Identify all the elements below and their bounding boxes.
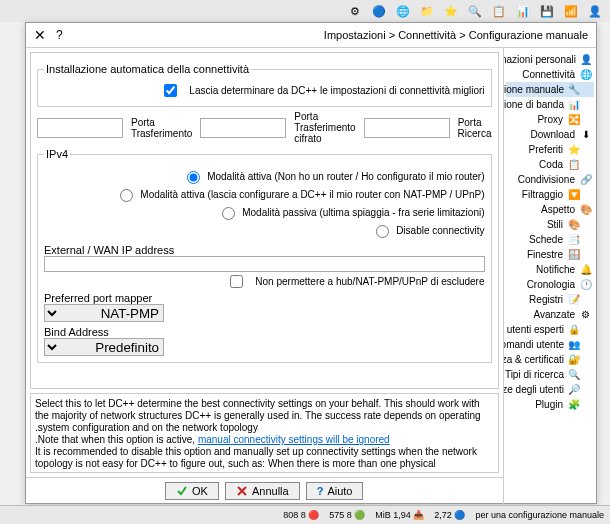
cancel-button[interactable]: Annulla [225, 482, 300, 500]
sidebar-icon: 🪟 [567, 248, 580, 261]
sidebar-label: Condivisione [518, 174, 575, 185]
sidebar-item[interactable]: 🔍Tipi di ricerca [506, 367, 594, 382]
help-icon[interactable]: ? [56, 28, 63, 42]
sidebar-icon: 🔀 [567, 113, 580, 126]
mapper-label: Preferred port mapper [44, 292, 152, 304]
sidebar-item[interactable]: 📋Coda [506, 157, 594, 172]
ext-ip-input[interactable] [44, 256, 485, 272]
toolbar-icon[interactable]: 📶 [560, 1, 582, 21]
sidebar-item[interactable]: 🔒Solo per utenti esperti [506, 322, 594, 337]
sidebar-icon: 🕐 [579, 278, 592, 291]
autodetect-label: Lascia determinare da DC++ le impostazio… [189, 85, 484, 96]
sidebar-item[interactable]: 👥Comandi utente [506, 337, 594, 352]
sidebar-icon: 🔍 [568, 368, 580, 381]
sidebar-item[interactable]: 🔀Proxy [506, 112, 594, 127]
ipv4-legend: IPv4 [44, 148, 70, 160]
sidebar-label: Tipi di ricerca [505, 369, 564, 380]
toolbar-icon[interactable]: 📋 [488, 1, 510, 21]
dialog-buttons: OK Annulla ?Aiuto [26, 477, 503, 504]
sidebar-icon: 🔒 [568, 323, 580, 336]
mode-passive-radio[interactable] [222, 207, 235, 220]
sidebar-label: Plugin [535, 399, 563, 410]
no-override-checkbox[interactable] [230, 275, 243, 288]
sidebar-item[interactable]: 🔗Condivisione [506, 172, 594, 187]
sidebar-item[interactable]: 🔐Sicurezza & certificati [506, 352, 594, 367]
encrypted-port-label: Porta Trasferimento cifrato [294, 111, 355, 144]
sidebar-item[interactable]: 🔽Filtraggio [506, 187, 594, 202]
breadcrumb: Impostazioni > Connettività > Configuraz… [324, 29, 588, 41]
sidebar-label: Download [531, 129, 575, 140]
sidebar-label: Comandi utente [503, 339, 564, 350]
encrypted-port-input[interactable] [200, 118, 286, 138]
sidebar-label: Finestre [527, 249, 563, 260]
sidebar-icon: 🔔 [579, 263, 592, 276]
sidebar-icon: 📝 [567, 293, 580, 306]
sidebar-icon: ⭐ [567, 143, 580, 156]
sidebar-label: Schede [529, 234, 563, 245]
autodetect-checkbox[interactable] [164, 84, 177, 97]
sidebar-item[interactable]: ⬇Download [506, 127, 594, 142]
mode-disable-radio[interactable] [376, 225, 389, 238]
mode-upnp-radio[interactable] [120, 189, 133, 202]
ipv4-group: IPv4 Modalità attiva (Non ho un router /… [37, 148, 492, 363]
toolbar-icon[interactable]: 🌐 [392, 1, 414, 21]
sidebar-item[interactable]: 🔔Notifiche [506, 262, 594, 277]
sidebar-item[interactable]: 📑Schede [506, 232, 594, 247]
sidebar-item[interactable]: 🔎Corrispondenze degli utenti [506, 382, 594, 397]
sidebar-icon: ⚙ [579, 308, 592, 321]
sidebar-item[interactable]: 👤Informazioni personali [506, 52, 594, 67]
sidebar-item[interactable]: 🕐Cronologia [506, 277, 594, 292]
sidebar-label: Corrispondenze degli utenti [503, 384, 564, 395]
titlebar: ✕ ? Impostazioni > Connettività > Config… [26, 23, 596, 48]
mapper-select[interactable]: NAT-PMP [44, 304, 164, 322]
toolbar-icon[interactable]: ⭐ [440, 1, 462, 21]
help-link[interactable]: manual connectivity settings will be ign… [198, 434, 390, 445]
sidebar-label: Sicurezza & certificati [503, 354, 564, 365]
toolbar-icon[interactable]: 🔍 [464, 1, 486, 21]
sidebar-icon: 🔎 [568, 383, 580, 396]
sidebar-item[interactable]: 🌐Connettività [506, 67, 594, 82]
close-icon[interactable]: ✕ [34, 27, 46, 43]
sidebar-item[interactable]: 🧩Plugin [506, 397, 594, 412]
sidebar-label: Connettività [522, 69, 575, 80]
transfer-port-input[interactable] [37, 118, 123, 138]
toolbar-icon[interactable]: ⚙ [344, 1, 366, 21]
bind-label: Bind Address [44, 326, 109, 338]
sidebar-label: Notifiche [536, 264, 575, 275]
sidebar-icon: 📋 [567, 158, 580, 171]
sidebar-label: Registri [529, 294, 563, 305]
toolbar-icon[interactable]: 👤 [584, 1, 606, 21]
toolbar-icon[interactable]: 📁 [416, 1, 438, 21]
sidebar-label: Coda [539, 159, 563, 170]
bind-select[interactable]: Predefinito [44, 338, 164, 356]
sidebar-label: Limitazione di banda [503, 99, 564, 110]
mode-active-radio[interactable] [187, 171, 200, 184]
sidebar-icon: 👥 [568, 338, 580, 351]
toolbar-icon[interactable]: 💾 [536, 1, 558, 21]
sidebar-item[interactable]: 📊Limitazione di banda [506, 97, 594, 112]
toolbar-icon[interactable]: 📊 [512, 1, 534, 21]
search-port-input[interactable] [364, 118, 450, 138]
sidebar-item[interactable]: 🔧Configurazione manuale [506, 82, 594, 97]
help-button[interactable]: ?Aiuto [306, 482, 364, 500]
main-panel: Installazione automatica della connettiv… [26, 48, 503, 504]
ok-button[interactable]: OK [165, 482, 219, 500]
settings-dialog: ✕ ? Impostazioni > Connettività > Config… [25, 22, 597, 504]
toolbar-icon[interactable]: 🔵 [368, 1, 390, 21]
sidebar-item[interactable]: 🎨Aspetto [506, 202, 594, 217]
sidebar-item[interactable]: ⭐Preferiti [506, 142, 594, 157]
sidebar-item[interactable]: 🎨Stili [506, 217, 594, 232]
autodetect-group: Installazione automatica della connettiv… [37, 63, 492, 107]
sidebar-icon: 🧩 [567, 398, 580, 411]
search-port-label: Porta Ricerca [458, 117, 492, 139]
sidebar-label: Filtraggio [522, 189, 563, 200]
sidebar-label: Avanzate [533, 309, 575, 320]
sidebar-label: Stili [547, 219, 563, 230]
sidebar-item[interactable]: 🪟Finestre [506, 247, 594, 262]
sidebar-icon: 🔽 [567, 188, 580, 201]
statusbar: per una configurazione manuale 🔵 2,72 📥 … [0, 505, 610, 524]
sidebar-item[interactable]: ⚙Avanzate [506, 307, 594, 322]
sidebar-item[interactable]: 📝Registri [506, 292, 594, 307]
settings-tree[interactable]: 👤Informazioni personali🌐Connettività🔧Con… [503, 48, 596, 504]
sidebar-icon: 📊 [568, 98, 580, 111]
